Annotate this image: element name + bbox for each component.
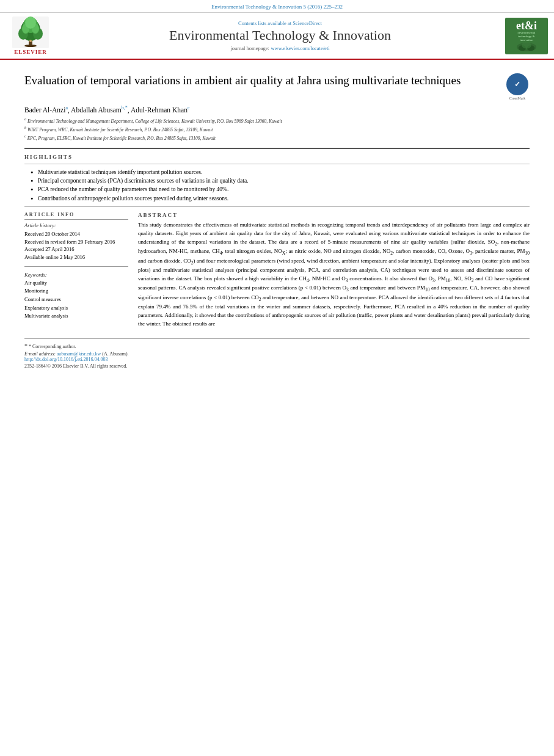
affil-a-sup: a — [24, 117, 26, 121]
keywords-divider — [24, 266, 128, 267]
highlights-label: HIGHLIGHTS — [24, 154, 530, 160]
homepage-text: journal homepage: www.elsevier.com/locat… — [60, 45, 500, 51]
homepage-url[interactable]: www.elsevier.com/locate/eti — [271, 45, 329, 51]
svg-text:✓: ✓ — [514, 80, 520, 89]
svg-point-10 — [29, 40, 32, 42]
highlight-item-1: Multivariate statistical techniques iden… — [31, 168, 530, 176]
keyword-5: Multivariate analysis — [24, 312, 128, 321]
eti-logo-subtitle: environmentaltechnology &innovation — [518, 31, 536, 42]
crossmark-label: CrossMark — [509, 96, 526, 100]
crossmark-icon: ✓ — [511, 78, 524, 91]
email-attribution: (A. Abusam). — [102, 351, 128, 357]
keyword-1: Air quality — [24, 279, 128, 288]
article-title: Evaluation of temporal variations in amb… — [24, 73, 499, 89]
affil-c-sup: c — [24, 134, 26, 138]
email-label: E-mail address: — [24, 351, 56, 357]
svg-point-9 — [25, 16, 36, 29]
eti-logo-text: et&i — [516, 20, 537, 31]
highlight-item-3: PCA reduced the number of quality parame… — [31, 185, 530, 194]
journal-banner: ELSEVIER Contents lists available at Sci… — [0, 13, 554, 60]
corresponding-author-note: * * Corresponding author. — [24, 343, 530, 349]
keyword-3: Control measures — [24, 296, 128, 304]
article-info-divider — [24, 219, 128, 220]
keyword-2: Monitoring — [24, 287, 128, 296]
highlight-item-2: Principal component analysis (PCA) discr… — [31, 176, 530, 185]
doi-link[interactable]: http://dx.doi.org/10.1016/j.eti.2016.04.… — [24, 357, 530, 362]
svg-point-14 — [522, 42, 531, 49]
highlight-item-4: Contributions of anthropogenic pollution… — [31, 194, 530, 203]
keyword-4: Explanatory analysis — [24, 304, 128, 313]
author-3-name: Adul-Rehman Khan — [131, 106, 188, 114]
affiliations: a Environmental Technology and Managemen… — [24, 117, 530, 142]
page: Environmental Technology & Innovation 5 … — [0, 0, 554, 756]
abstract-column: ABSTRACT This study demonstrates the eff… — [138, 212, 530, 329]
highlights-bottom-divider — [24, 206, 530, 207]
email-line: E-mail address: aabusam@kisr.edu.kw (A. … — [24, 351, 530, 357]
banner-center: Contents lists available at ScienceDirec… — [60, 20, 500, 51]
authors-line: Bader Al-Anzia, Abdallah Abusamb,*, Adul… — [24, 105, 530, 114]
revised-date: Received in revised form 29 February 201… — [24, 238, 128, 246]
copyright-text: 2352-1864/© 2016 Elsevier B.V. All right… — [24, 363, 530, 369]
author-3-sup: c — [188, 105, 190, 111]
divider-thick — [24, 148, 530, 149]
highlights-list: Multivariate statistical techniques iden… — [24, 168, 530, 203]
history-label: Article history: — [24, 222, 128, 228]
accepted-date: Accepted 27 April 2016 — [24, 245, 128, 253]
author-2-sup: b,* — [122, 105, 128, 111]
abstract-text: This study demonstrates the effectivenes… — [138, 221, 530, 329]
email-address[interactable]: aabusam@kisr.edu.kw — [57, 351, 101, 357]
received-date: Received 20 October 2014 — [24, 230, 128, 238]
affiliation-c: c EPC, Program, ELSRC, Kuwait Institute … — [24, 134, 530, 142]
eti-logo: et&i environmentaltechnology &innovation — [505, 18, 548, 54]
footer-section: * * Corresponding author. E-mail address… — [24, 338, 530, 369]
journal-title: Environmental Technology & Innovation — [60, 27, 500, 43]
abstract-label: ABSTRACT — [138, 212, 530, 218]
elsevier-logo-area: ELSEVIER — [6, 16, 55, 55]
svg-point-2 — [24, 45, 37, 47]
elsevier-wordmark: ELSEVIER — [14, 49, 47, 55]
star-symbol: * — [24, 343, 27, 349]
journal-reference-text: Environmental Technology & Innovation 5 … — [211, 4, 343, 10]
affil-b-sup: b — [24, 125, 26, 129]
sciencedirect-link[interactable]: ScienceDirect — [293, 20, 322, 26]
article-info-label: ARTICLE INFO — [24, 212, 128, 217]
author-2-name: Abdallah Abusam — [71, 106, 122, 114]
two-column-layout: ARTICLE INFO Article history: Received 2… — [24, 212, 530, 329]
highlights-divider — [24, 164, 530, 164]
affiliation-b: b WIRT Program, WRC, Kuwait Institute fo… — [24, 125, 530, 133]
crossmark-badge: ✓ — [506, 73, 528, 95]
author-1-sup: a — [65, 105, 68, 111]
article-title-section: Evaluation of temporal variations in amb… — [24, 73, 530, 100]
available-online-date: Available online 2 May 2016 — [24, 253, 128, 261]
highlights-section: HIGHLIGHTS Multivariate statistical tech… — [24, 154, 530, 207]
crossmark-area[interactable]: ✓ CrossMark — [505, 73, 530, 100]
contents-available-text: Contents lists available at ScienceDirec… — [60, 20, 500, 26]
keywords-label: Keywords: — [24, 272, 128, 278]
author-1-name: Bader Al-Anzi — [24, 106, 65, 114]
keywords-list: Air quality Monitoring Control measures … — [24, 279, 128, 321]
affiliation-a: a Environmental Technology and Managemen… — [24, 117, 530, 125]
article-info-column: ARTICLE INFO Article history: Received 2… — [24, 212, 128, 329]
journal-reference-bar: Environmental Technology & Innovation 5 … — [0, 0, 554, 13]
eti-logo-image — [514, 42, 539, 52]
main-content: Evaluation of temporal variations in amb… — [0, 60, 554, 375]
elsevier-tree-icon — [12, 16, 49, 48]
